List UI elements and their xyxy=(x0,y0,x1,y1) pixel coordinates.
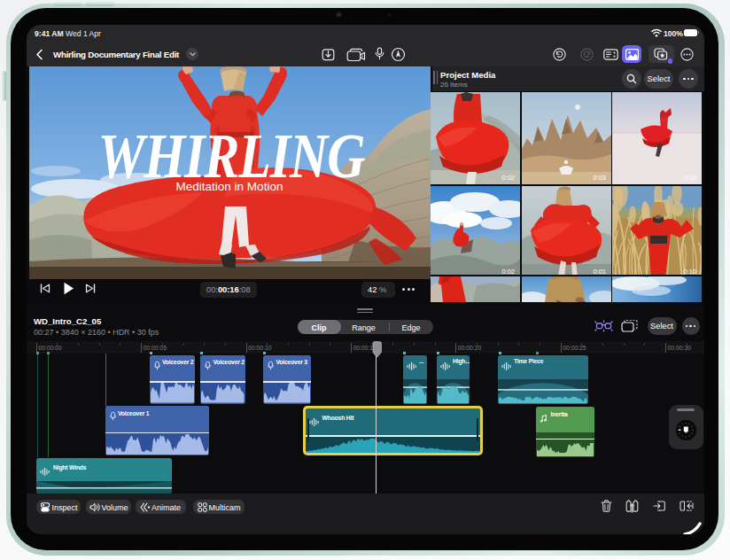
svg-text:0:02: 0:02 xyxy=(501,268,515,275)
svg-text:0:02: 0:02 xyxy=(501,174,515,182)
svg-text:0:10: 0:10 xyxy=(683,268,696,275)
svg-text:0:02: 0:02 xyxy=(683,174,696,182)
svg-text:0:01: 0:01 xyxy=(593,268,606,275)
svg-text:0:03: 0:03 xyxy=(593,174,606,182)
svg-text:Meditation in Motion: Meditation in Motion xyxy=(176,180,283,193)
